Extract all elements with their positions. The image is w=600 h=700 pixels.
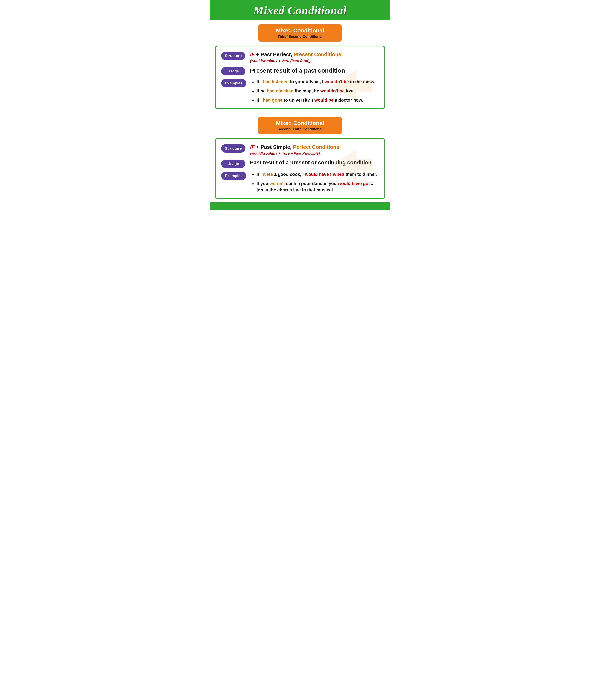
section2-examples-label: Examples: [221, 172, 246, 180]
section2-orange-text: Perfect Conditional: [292, 144, 341, 150]
section1-structure-label: Structure: [221, 52, 245, 60]
section2-if-text: IF: [250, 144, 255, 150]
section1-examples-list: If I had listened to your advice, I woul…: [251, 79, 379, 103]
section1-example-3: If I had gone to university, I would be …: [251, 97, 379, 103]
section1-usage-text: Present result of a past condition: [250, 67, 345, 74]
s1e3-p5: a doctor now.: [333, 98, 363, 103]
section2-example-2: If you weren't such a poor dancer, you w…: [251, 180, 379, 193]
s1e2-p2: had checked: [267, 89, 293, 93]
s2e2-p3: such a poor dancer, you: [285, 181, 338, 186]
section1-structure-row: Structure IF + Past Perfect, Present Con…: [221, 51, 379, 64]
section1-badge-subtitle: Third/ Second Conditional: [270, 34, 330, 39]
s1e3-p3: to university, I: [282, 98, 315, 103]
section1-box: Structure IF + Past Perfect, Present Con…: [215, 46, 385, 109]
section1-usage-row: Usage Present result of a past condition: [221, 67, 379, 75]
s2e2-p4: would have got: [338, 181, 370, 186]
s2e2-p2: weren't: [270, 181, 285, 186]
s2e2-p1: If you: [257, 181, 270, 186]
s1e1-p2: had listened: [263, 79, 289, 84]
section1-badge-container: Mixed Conditional Third/ Second Conditio…: [210, 20, 390, 44]
footer-bar: [210, 202, 390, 210]
section2-box: Structure IF + Past Simple, Perfect Cond…: [215, 138, 385, 199]
section1-usage-label: Usage: [221, 67, 245, 75]
s1e3-p1: If I: [257, 98, 263, 103]
s1e3-p2: had gone: [263, 98, 282, 103]
section1-badge-title: Mixed Conditional: [270, 27, 330, 34]
s2e1-p5: them to dinner.: [344, 172, 377, 177]
section2-usage-label: Usage: [221, 159, 245, 168]
s1e1-p4: wouldn't be: [325, 79, 349, 84]
s2e1-p2: were: [263, 172, 273, 177]
s2e1-p4: would have invited: [305, 172, 344, 177]
section2-usage-row: Usage Past result of a present or contin…: [221, 159, 379, 168]
section1-structure-content: IF + Past Perfect, Present Conditional (…: [250, 51, 379, 64]
s2e1-p1: If I: [257, 172, 263, 177]
page-wrapper: Mixed Conditional Mixed Conditional Thir…: [210, 0, 390, 210]
s1e2-p3: the map, he: [293, 89, 320, 93]
s1e3-p4: would be: [315, 98, 333, 103]
s1e1-p5: in the mess.: [349, 79, 375, 84]
section1-example-1: If I had listened to your advice, I woul…: [251, 79, 379, 85]
section1-examples-row: Examples If I had listened to your advic…: [221, 79, 379, 103]
section2-badge-title: Mixed Conditional: [270, 120, 330, 126]
section2-usage-text: Past result of a present or continuing c…: [250, 159, 372, 166]
page-title: Mixed Conditional: [253, 4, 347, 17]
s1e1-p1: If I: [257, 79, 263, 84]
section2-badge-subtitle: Second/ Third Conditional: [270, 127, 330, 131]
section1-usage-content: Present result of a past condition: [250, 67, 379, 74]
section1-orange-text: Present Conditional: [292, 51, 343, 57]
section2-examples-content: If I were a good cook, I would have invi…: [251, 171, 379, 193]
section2-examples-row: Examples If I were a good cook, I would …: [221, 171, 379, 193]
section2-badge-container: Mixed Conditional Second/ Third Conditio…: [210, 112, 390, 136]
section2-usage-content: Past result of a present or continuing c…: [250, 159, 379, 166]
section1-orange-badge: Mixed Conditional Third/ Second Conditio…: [258, 24, 342, 42]
section1-structure-sub: (would/wouldn't + Verb (bare form)).: [250, 59, 379, 63]
section2-plus-text: + Past Simple,: [255, 144, 292, 150]
s1e2-p1: If he: [257, 89, 267, 93]
section1-example-2: If he had checked the map, he wouldn't b…: [251, 88, 379, 94]
s1e2-p4: wouldn't be: [320, 89, 345, 93]
s1e1-p3: to your advice, I: [289, 79, 325, 84]
section2-structure-content: IF + Past Simple, Perfect Conditional (w…: [250, 144, 379, 156]
s1e2-p5: lost.: [345, 89, 355, 93]
section2-examples-list: If I were a good cook, I would have invi…: [251, 171, 379, 193]
header-bar: Mixed Conditional: [210, 0, 390, 20]
section2-structure-sub: (would/wouldn't + have + Past Participle…: [250, 151, 379, 156]
section1-examples-content: If I had listened to your advice, I woul…: [251, 79, 379, 103]
section2-structure-formula: IF + Past Simple, Perfect Conditional: [250, 144, 379, 151]
s2e1-p3: a good cook, I: [273, 172, 305, 177]
section2-structure-label: Structure: [221, 144, 245, 153]
section2-structure-row: Structure IF + Past Simple, Perfect Cond…: [221, 144, 379, 156]
section2-example-1: If I were a good cook, I would have invi…: [251, 171, 379, 178]
section2-orange-badge: Mixed Conditional Second/ Third Conditio…: [258, 117, 342, 134]
section1-structure-formula: IF + Past Perfect, Present Conditional: [250, 51, 379, 58]
section1-plus-text: + Past Perfect,: [255, 51, 292, 57]
section1-if-text: IF: [250, 51, 255, 57]
section1-examples-label: Examples: [221, 79, 246, 88]
